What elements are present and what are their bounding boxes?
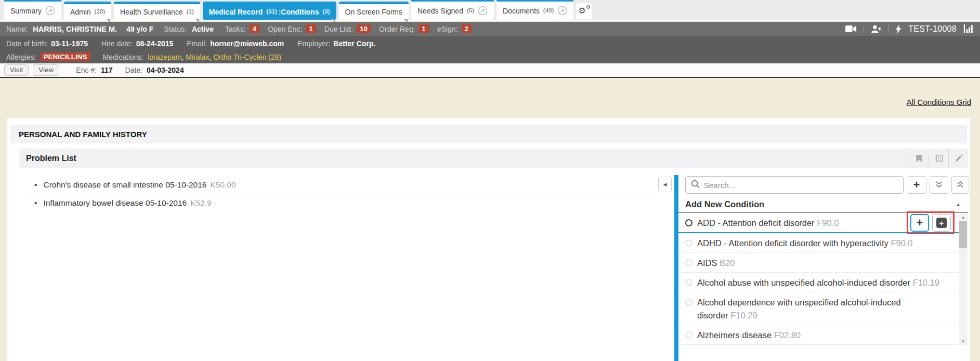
stat-label: Due List:	[324, 25, 353, 33]
section-collapse-icon[interactable]: ▲	[956, 202, 961, 207]
condition-label: Alcohol abuse with unspecified alcohol-i…	[697, 278, 910, 287]
stat-label: Open Enc:	[268, 25, 302, 33]
tab-count: (5)	[467, 8, 474, 14]
tab-count: (31)	[266, 9, 277, 15]
radio-icon[interactable]	[685, 331, 692, 339]
tab-bar: SummaryAdmin(20)Health Surveillance(1)Me…	[0, 0, 980, 21]
tab-health-surveillance[interactable]: Health Surveillance(1)	[114, 2, 200, 20]
condition-text: AIDS B20	[697, 257, 735, 270]
condition-row-alcohol[interactable]: Alcohol dependence with unspecified alco…	[678, 292, 959, 325]
gear-icon: ⚙	[578, 7, 585, 15]
add-condition-button[interactable]: +	[910, 214, 929, 232]
problem-item[interactable]: •Inflammatory bowel disease 05-10-2016K5…	[19, 194, 663, 212]
allergy-badge[interactable]: PENICILLINS	[41, 52, 90, 61]
settings-button[interactable]: ⚙⚙	[576, 3, 592, 19]
stat-count-badge[interactable]: 1	[306, 24, 316, 33]
patient-header-rows23: Date of birth:03-11-1975Hire date:08-24-…	[0, 36, 980, 63]
bookmark-button[interactable]	[909, 149, 929, 168]
tab-documents[interactable]: Documents(40)	[496, 0, 573, 20]
medication-link[interactable]: Miralax	[186, 53, 209, 61]
visit-button[interactable]: Visit	[4, 64, 29, 76]
medications-label: Medications:	[103, 53, 144, 61]
condition-row-alcohol[interactable]: Alcohol abuse with unspecified alcohol-i…	[678, 273, 959, 292]
radio-icon[interactable]	[685, 259, 692, 266]
radio-icon[interactable]	[685, 279, 692, 286]
condition-row-add[interactable]: ADD - Attention deficit disorder F90.0++	[678, 213, 959, 233]
date-value: 04-03-2024	[147, 66, 184, 74]
stat-count-badge[interactable]: 2	[462, 24, 472, 33]
problem-list-toolbar	[909, 149, 968, 168]
external-link-icon	[45, 6, 55, 16]
add-new-condition-header[interactable]: Add New Condition ▲	[678, 199, 968, 209]
stat-count-badge[interactable]: 4	[250, 24, 260, 33]
gear-icon: ⚙	[586, 5, 591, 10]
condition-text: Alcohol dependence with unspecified alco…	[697, 296, 941, 322]
add-condition-options-button[interactable]: +	[932, 214, 951, 232]
expand-all-button[interactable]	[930, 176, 948, 194]
video-camera-icon	[845, 25, 857, 33]
tab-label: Summary	[10, 7, 42, 15]
tab-count: (20)	[95, 9, 105, 15]
collapse-all-button[interactable]	[951, 176, 969, 194]
enc-label: Enc #:	[76, 66, 97, 74]
condition-row-alzheimers[interactable]: Alzheimers disease F02.80	[678, 325, 959, 345]
field-value: Better Corp.	[333, 39, 375, 48]
tab-medical-record[interactable]: Medical Record(31):Conditions(3)	[203, 2, 336, 20]
scrollbar-thumb[interactable]	[959, 221, 967, 248]
add-person-button[interactable]	[871, 25, 882, 33]
scrollbar[interactable]: ▲ ▼	[959, 213, 968, 345]
collapse-panel-icon: ◀	[663, 182, 667, 187]
all-conditions-grid-link[interactable]: All Conditions Grid	[907, 98, 971, 106]
tab-on-screen-forms[interactable]: On Screen Forms	[339, 2, 409, 20]
condition-row-adhd[interactable]: ADHD - Attention deficit disorder with h…	[678, 233, 959, 253]
tab-subcount: (3)	[322, 9, 330, 15]
patient-header-row2: Date of birth:03-11-1975Hire date:08-24-…	[6, 37, 974, 50]
add-button[interactable]: +	[907, 176, 926, 194]
condition-code: F02.80	[772, 330, 801, 340]
book-icon	[934, 154, 944, 163]
tab-sublabel: :Conditions	[279, 8, 319, 16]
collapse-panel-button[interactable]: ◀	[658, 177, 672, 192]
search-input[interactable]	[704, 181, 898, 190]
bullet-icon: •	[34, 180, 37, 190]
radio-icon[interactable]	[685, 299, 692, 306]
tab-summary[interactable]: Summary	[4, 0, 61, 20]
problem-item[interactable]: •Crohn's disease of small intestine 05-1…	[19, 176, 663, 194]
tab-needs-signed[interactable]: Needs Signed(5)	[411, 0, 494, 20]
view-button[interactable]: View	[33, 64, 59, 76]
condition-code: B20	[717, 258, 735, 268]
patient-id: TEST-10008	[908, 24, 957, 34]
allergies-label: Allergies:	[6, 53, 36, 61]
divider	[888, 25, 889, 33]
patient-age-sex: 49 y/o F	[126, 25, 153, 33]
condition-row-aids[interactable]: AIDS B20	[678, 253, 959, 273]
tab-admin[interactable]: Admin(20)	[64, 2, 111, 20]
date-label: Date:	[125, 66, 142, 74]
panel-accent-bar	[674, 175, 678, 361]
lightning-button[interactable]	[896, 24, 901, 34]
radio-icon[interactable]	[685, 219, 692, 226]
condition-label: ADHD - Attention deficit disorder with h…	[697, 238, 888, 248]
problem-text: Crohn's disease of small intestine 05-10…	[43, 180, 206, 190]
medication-link[interactable]: lorazepam	[148, 53, 181, 61]
search-icon	[691, 180, 700, 189]
medication-link[interactable]: Ortho Tri-Cyclen (28)	[213, 53, 281, 61]
condition-label: Alzheimers disease	[697, 330, 772, 340]
scroll-down-icon[interactable]: ▼	[959, 338, 968, 345]
section-header-personal-family-history[interactable]: PERSONAL AND FAMILY HISTORY	[10, 125, 967, 143]
stat-tasks: Tasks:4	[225, 24, 259, 33]
video-camera-button[interactable]	[845, 25, 857, 33]
stat-due-list: Due List:10	[324, 24, 371, 33]
stat-count-badge[interactable]: 1	[419, 24, 429, 33]
expand-all-icon	[935, 181, 943, 188]
radio-icon[interactable]	[685, 239, 692, 247]
stat-count-badge[interactable]: 10	[357, 24, 371, 33]
encounter-bar: Visit View Enc #: 117 Date: 04-03-2024	[0, 63, 980, 78]
book-button[interactable]	[929, 149, 948, 168]
field-value: horner@mieweb.com	[210, 39, 284, 48]
scroll-up-icon[interactable]: ▲	[959, 214, 968, 221]
tab-label: Admin	[70, 8, 91, 16]
chart-icon	[963, 24, 974, 33]
chart-button[interactable]	[963, 24, 974, 33]
pencil-button[interactable]	[948, 149, 968, 168]
